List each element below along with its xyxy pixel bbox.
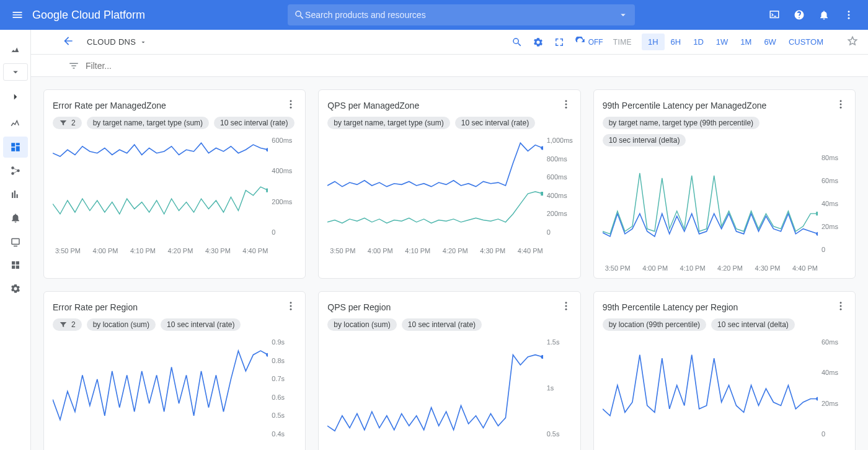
chip[interactable]: 10 sec interval (rate) [455, 117, 535, 129]
svg-rect-22 [541, 192, 543, 196]
time-range-6w[interactable]: 6W [758, 34, 782, 50]
svg-point-13 [290, 107, 292, 109]
rail-item-uptime[interactable] [3, 231, 28, 252]
rail-item-settings[interactable] [3, 278, 28, 299]
help-button[interactable] [794, 9, 805, 20]
chart-title: 99th Percentile Latency per Region [603, 302, 738, 312]
rail-item-groups[interactable] [3, 254, 28, 276]
chip-row: by location (99th percentile)10 sec inte… [603, 318, 846, 331]
favorite-button[interactable] [847, 35, 858, 48]
chart-plot[interactable] [327, 335, 542, 446]
x-axis: 3:50 PM4:00 PM4:10 PM4:20 PM4:30 PM4:40 … [603, 262, 846, 272]
arrow-left-icon [62, 35, 74, 47]
chart-card: Error Rate per ManagedZone2by target nam… [43, 89, 306, 279]
chart-menu-button[interactable] [285, 99, 296, 112]
svg-point-21 [541, 146, 543, 150]
chart-body: 80ms60ms40ms20ms0 [603, 150, 846, 262]
chart-card: QPS per ManagedZoneby target name, targe… [318, 89, 580, 279]
svg-point-23 [840, 100, 842, 102]
chip[interactable]: 10 sec interval (rate) [161, 318, 241, 331]
y-axis: 0.9s0.8s0.7s0.6s0.5s0.4s [268, 335, 296, 446]
rail-item-alerting[interactable] [3, 207, 28, 228]
time-label: TIME [613, 38, 632, 47]
action-fullscreen[interactable] [554, 37, 565, 48]
chart-menu-button[interactable] [835, 300, 846, 313]
filter-input[interactable] [86, 61, 247, 71]
chip-filter[interactable]: 2 [53, 117, 82, 129]
chart-menu-button[interactable] [285, 300, 296, 313]
svg-rect-6 [12, 239, 19, 245]
chip-row: 2by target name, target type (sum)10 sec… [53, 117, 296, 129]
rail-collapse-button[interactable] [3, 63, 28, 81]
filter-row [31, 55, 868, 77]
svg-point-36 [565, 308, 567, 310]
chart-menu-button[interactable] [835, 99, 846, 112]
back-button[interactable] [62, 35, 74, 49]
search-input[interactable] [305, 10, 618, 20]
rail-item-explorer[interactable] [3, 184, 28, 205]
autorefresh-state: OFF [588, 38, 603, 47]
rail-item-dashboards[interactable] [3, 137, 28, 158]
chart-body: 1.5s1s0.5s [327, 335, 571, 446]
svg-point-15 [266, 148, 268, 151]
search-icon [294, 9, 305, 20]
time-range-6h[interactable]: 6H [665, 34, 688, 50]
more-vert-icon [285, 99, 296, 110]
time-range-1h[interactable]: 1H [642, 34, 665, 50]
rail-expand-toggle[interactable] [3, 88, 28, 106]
chevron-down-icon[interactable] [618, 9, 629, 20]
more-button[interactable] [843, 9, 854, 20]
search-icon [512, 37, 523, 48]
notifications-button[interactable] [818, 9, 830, 20]
menu-button[interactable] [5, 9, 30, 21]
svg-point-11 [290, 100, 292, 102]
action-settings[interactable] [533, 37, 544, 48]
chart-title: Error Rate per Region [53, 302, 138, 312]
chip[interactable]: by target name, target type (99th percen… [603, 117, 760, 129]
chip-filter[interactable]: 2 [53, 318, 82, 331]
action-autorefresh[interactable]: OFF [575, 37, 603, 48]
refresh-icon [575, 37, 586, 48]
gear-icon [533, 37, 544, 48]
rail-item-metrics[interactable] [3, 113, 28, 134]
chip[interactable]: by location (99th percentile) [603, 318, 706, 331]
breadcrumb-dropdown[interactable]: CLOUD DNS [87, 37, 147, 47]
rail-item-services[interactable] [3, 160, 28, 181]
chip[interactable]: by target name, target type (sum) [87, 117, 209, 129]
svg-point-38 [541, 355, 543, 359]
chip[interactable]: by location (sum) [87, 318, 156, 331]
chip[interactable]: by location (sum) [327, 318, 396, 331]
chip[interactable]: 10 sec interval (delta) [603, 134, 686, 146]
chart-plot[interactable] [603, 150, 818, 262]
chip[interactable]: by target name, target type (sum) [327, 117, 450, 129]
chart-menu-button[interactable] [560, 300, 572, 313]
y-axis: 1.5s1s0.5s [543, 335, 572, 446]
more-vert-icon [835, 99, 846, 110]
breadcrumb-label: CLOUD DNS [87, 37, 136, 47]
y-axis: 60ms40ms20ms0 [818, 335, 846, 446]
svg-point-5 [17, 169, 20, 173]
chip[interactable]: 10 sec interval (delta) [711, 318, 795, 331]
time-range-1d[interactable]: 1D [687, 34, 710, 50]
chart-plot[interactable] [603, 335, 818, 446]
time-range-1w[interactable]: 1W [710, 34, 735, 50]
chip[interactable]: 10 sec interval (rate) [214, 117, 294, 129]
svg-rect-7 [12, 261, 15, 264]
chart-plot[interactable] [53, 133, 268, 245]
chart-plot[interactable] [53, 335, 268, 446]
more-vert-icon [285, 300, 296, 312]
svg-point-30 [290, 305, 292, 307]
rail-overview[interactable] [3, 40, 28, 61]
time-range-custom[interactable]: CUSTOM [782, 34, 830, 50]
cloud-shell-button[interactable] [769, 9, 780, 20]
svg-point-12 [290, 104, 292, 106]
chart-plot[interactable] [327, 133, 542, 245]
search-box[interactable] [288, 4, 635, 25]
action-search[interactable] [512, 37, 523, 48]
filter-icon [59, 320, 68, 329]
chart-title: Error Rate per ManagedZone [53, 101, 166, 110]
time-range-1m[interactable]: 1M [734, 34, 758, 50]
chart-menu-button[interactable] [560, 99, 572, 112]
chip[interactable]: 10 sec interval (rate) [402, 318, 482, 331]
svg-rect-9 [12, 266, 15, 269]
